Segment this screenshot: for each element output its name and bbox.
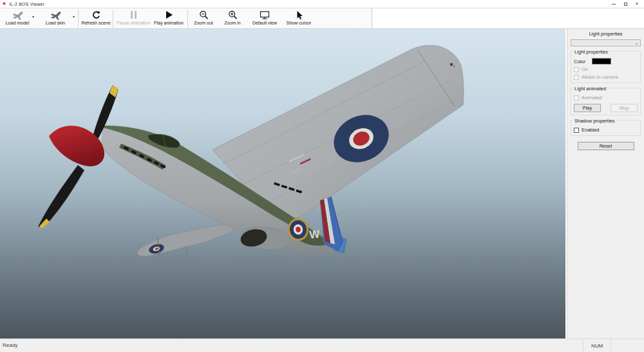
attach-to-camera-label: Attach to camera (582, 74, 618, 80)
magnifier-plus-icon (228, 10, 238, 20)
enabled-checkbox-row: Enabled (574, 127, 638, 133)
toolbar-separator (78, 10, 79, 28)
animated-checkbox-row: Animated (574, 95, 638, 101)
refresh-scene-label: Refresh scene (81, 21, 110, 25)
default-view-label: Default view (252, 21, 277, 25)
show-cursor-label: Show cursor (287, 21, 312, 25)
status-message: Ready (3, 342, 17, 348)
wingtip-light-red (453, 66, 455, 67)
group-title: Light animated (573, 86, 607, 92)
restore-icon (624, 3, 627, 6)
refresh-scene-button[interactable]: Refresh scene (80, 8, 112, 28)
zoom-in-label: Zoom in (224, 21, 240, 25)
on-checkbox-label: On (582, 66, 588, 72)
group-light-properties: Light properties Color On Attach to came… (571, 51, 641, 83)
cursor-icon (294, 10, 303, 20)
attach-checkbox-row: Attach to camera (574, 74, 638, 80)
monitor-icon (260, 10, 270, 20)
group-title: Shadow properties (573, 118, 616, 124)
on-checkbox (574, 67, 579, 72)
minimize-icon (612, 4, 616, 5)
magnifier-minus-icon (199, 10, 209, 20)
aircraft-code-letter: W (308, 228, 321, 241)
toolbar-separator (113, 10, 113, 28)
pause-icon (129, 10, 138, 20)
shadow-enabled-label: Enabled (582, 127, 600, 133)
toolbar-separator (187, 10, 188, 28)
show-cursor-button[interactable]: Show cursor (282, 8, 316, 28)
load-model-button[interactable]: Load model (1, 8, 33, 28)
refresh-icon (91, 10, 101, 20)
close-icon: ✕ (635, 1, 639, 6)
app-icon: ★ (2, 1, 6, 6)
animated-checkbox-label: Animated (582, 95, 602, 101)
load-skin-dropdown-icon[interactable]: ▾ (73, 14, 75, 19)
num-lock-indicator: NUM (583, 339, 611, 352)
shadow-enabled-checkbox[interactable] (574, 128, 579, 133)
num-lock-label: NUM (591, 343, 603, 349)
airplane-icon (12, 10, 23, 20)
animated-checkbox (574, 95, 579, 101)
play-animation-button[interactable]: Play animation (152, 8, 185, 28)
light-select[interactable]: ⌄ (571, 39, 641, 46)
attach-to-camera-checkbox (574, 75, 579, 80)
on-checkbox-row: On (574, 66, 638, 72)
airplane-dark-icon (50, 10, 61, 20)
zoom-out-button[interactable]: Zoom out (189, 8, 218, 28)
load-model-label: Load model (6, 21, 30, 25)
window-controls: ✕ (608, 0, 643, 8)
group-light-animated: Light animated Animated Play Stop (571, 88, 641, 115)
window-title: IL-2 BOS Viewer (9, 2, 44, 6)
load-skin-button[interactable]: Load skin (39, 8, 72, 28)
title-bar: ★ IL-2 BOS Viewer ✕ (0, 0, 644, 8)
reset-button[interactable]: Reset (578, 142, 634, 150)
load-skin-label: Load skin (46, 21, 65, 25)
scene-render: W (0, 29, 565, 338)
maximize-button[interactable] (620, 0, 631, 8)
group-shadow-properties: Shadow properties Enabled (571, 120, 641, 136)
panel-header: Light properties (571, 29, 641, 37)
play-light-button[interactable]: Play (574, 104, 601, 112)
pause-animation-label: Pause animation (117, 21, 150, 25)
chevron-down-icon: ⌄ (634, 41, 638, 46)
group-title: Light properties (573, 49, 609, 55)
wingtip-light (450, 63, 453, 66)
load-model-dropdown-icon[interactable]: ▾ (32, 14, 34, 19)
status-bar: Ready NUM (0, 338, 644, 352)
toolbar: Load model ▾ Load skin ▾ Refresh scene (0, 8, 644, 29)
stop-light-button: Stop (611, 104, 638, 112)
viewport-3d[interactable]: W (0, 29, 565, 338)
zoom-in-button[interactable]: Zoom in (219, 8, 246, 28)
color-label: Color (574, 59, 592, 64)
zoom-out-label: Zoom out (194, 21, 213, 25)
minimize-button[interactable] (608, 0, 620, 8)
default-view-button[interactable]: Default view (247, 8, 282, 28)
color-swatch[interactable] (592, 58, 611, 64)
main-area: W Light properties (0, 29, 644, 338)
play-icon (165, 10, 173, 20)
play-animation-label: Play animation (154, 21, 184, 25)
light-properties-panel: Light properties ⌄ Light properties Colo… (567, 29, 644, 338)
close-button[interactable]: ✕ (631, 0, 643, 8)
pause-animation-button: Pause animation (115, 8, 152, 28)
